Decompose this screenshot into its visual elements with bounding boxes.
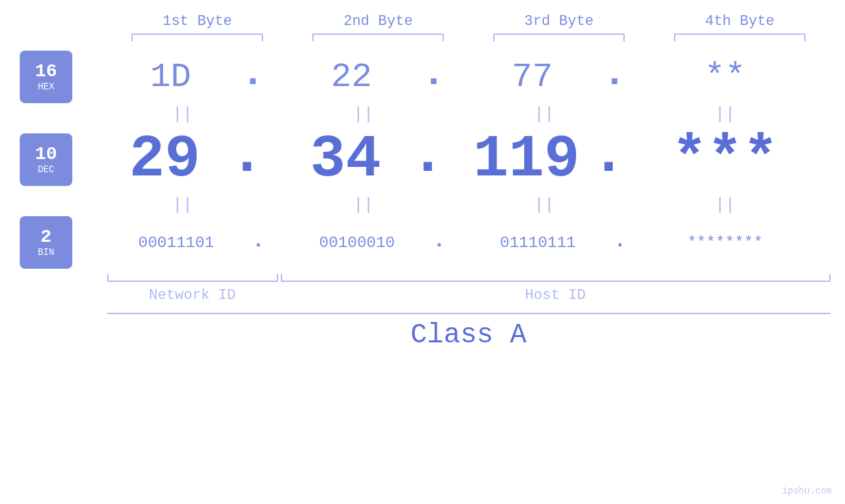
eq2-b3: ||: [534, 195, 554, 215]
eq-row-2: || || || ||: [0, 195, 845, 215]
hex-b1: 1D: [101, 58, 241, 97]
byte4-top-bracket: [674, 34, 806, 41]
dec-b4: ***: [643, 126, 808, 193]
main-container: 1st Byte 2nd Byte 3rd Byte 4th Byte 16 H…: [0, 0, 845, 504]
dec-badge: 10 DEC: [20, 133, 72, 186]
eq2-b1: ||: [172, 195, 193, 215]
hex-b4: **: [643, 58, 808, 97]
dec-row: 10 DEC 29 . 34 . 119 . ***: [0, 126, 845, 194]
hex-b3: 77: [462, 58, 603, 97]
byte3-label: 3rd Byte: [524, 13, 594, 30]
footer-text: ipshu.com: [782, 486, 832, 496]
hex-row: 16 HEX 1D . 22 . 77 . **: [0, 51, 845, 103]
bin-dot2: .: [433, 231, 445, 252]
hex-b2: 22: [281, 58, 422, 97]
eq2-b2: ||: [353, 195, 374, 215]
eq1-b3: ||: [534, 104, 554, 124]
byte4-label: 4th Byte: [705, 13, 775, 30]
eq1-b4: ||: [715, 104, 735, 124]
eq1-b2: ||: [353, 104, 374, 124]
byte2-top-bracket: [312, 34, 444, 41]
bottom-brackets: [107, 274, 831, 282]
byte3-top-bracket: [493, 34, 625, 41]
byte1-label: 1st Byte: [162, 13, 232, 30]
eq2-b4: ||: [715, 195, 735, 215]
dec-dot3: .: [591, 126, 626, 185]
dec-dot2: .: [410, 126, 445, 185]
bottom-labels: Network ID Host ID: [107, 287, 831, 304]
dec-dot1: .: [229, 126, 264, 185]
bin-b3: 01110111: [462, 234, 614, 252]
host-id-label: Host ID: [525, 287, 585, 304]
byte1-top-bracket: [132, 34, 263, 41]
class-section: Class A: [107, 313, 831, 351]
bin-b1: 00011101: [101, 234, 253, 252]
hex-dot2: .: [422, 54, 445, 93]
network-id-bracket: [107, 274, 278, 282]
class-a-label: Class A: [410, 319, 526, 351]
host-id-bracket: [281, 274, 831, 282]
dec-b1: 29: [101, 126, 229, 193]
bin-b4: ********: [643, 234, 808, 252]
bin-dot1: .: [252, 231, 264, 252]
bin-dot3: .: [614, 231, 626, 252]
hex-badge: 16 HEX: [20, 51, 72, 103]
bin-b2: 00100010: [281, 234, 433, 252]
dec-b2: 34: [281, 126, 410, 193]
hex-dot3: .: [602, 54, 626, 93]
byte2-label: 2nd Byte: [343, 13, 413, 30]
bin-row: 2 BIN 00011101 . 00100010 . 01110111 . *…: [0, 216, 845, 269]
bin-badge: 2 BIN: [20, 216, 72, 269]
class-bracket-line: [107, 313, 831, 314]
dec-b3: 119: [462, 126, 591, 193]
eq1-b1: ||: [172, 104, 193, 124]
network-id-label: Network ID: [149, 287, 235, 304]
hex-dot1: .: [241, 54, 264, 93]
